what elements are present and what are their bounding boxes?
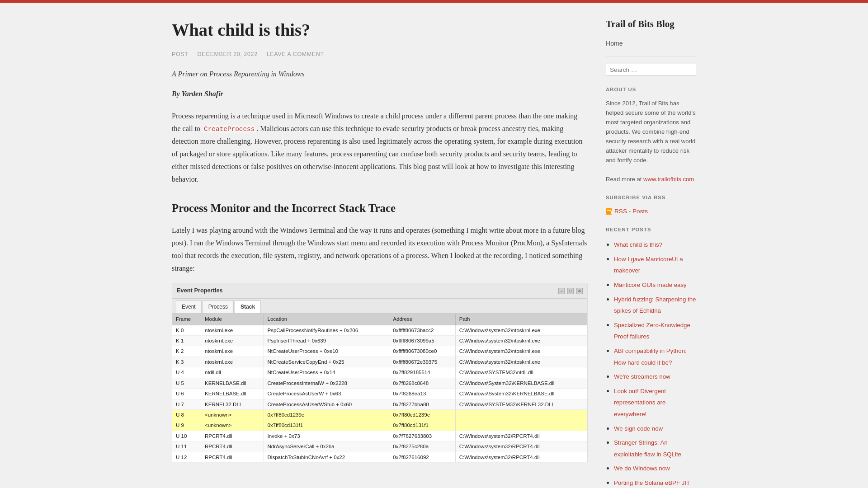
list-item: Specialized Zero-Knowledge Proof failure… (614, 319, 696, 342)
recent-post-link[interactable]: How I gave ManticoreUI a makeover (614, 256, 683, 274)
list-item: We do Windows now (614, 462, 696, 474)
recent-posts-heading: RECENT POSTS (606, 226, 696, 234)
list-item: What child is this? (614, 239, 696, 250)
recent-post-link[interactable]: We sign code now (614, 425, 663, 432)
table-row: U 8<unknown>0x7ff80cd1239e0x7ff80cd1239e (172, 409, 587, 420)
table-cell-location: PspInsertThread + 0x639 (264, 335, 389, 346)
col-address: Address (389, 314, 455, 325)
table-row: U 7KERNEL32.DLLCreateProcessAsUserWStub … (172, 399, 587, 409)
col-module: Module (201, 314, 264, 325)
list-item: How I gave ManticoreUI a makeover (614, 253, 696, 276)
tab-process[interactable]: Process (203, 300, 234, 313)
titlebar-controls: – □ ✕ (558, 288, 583, 294)
table-cell-module: RPCRT4.dll (201, 441, 264, 452)
col-location: Location (264, 314, 389, 325)
table-cell-address: 0xfffff80673099a5 (389, 335, 455, 346)
table-cell-address: 0x7ff80cd1239e (389, 409, 455, 420)
table-cell-frame: K 1 (172, 335, 201, 346)
col-path: Path (455, 314, 587, 325)
recent-post-link[interactable]: Manticore GUIs made easy (614, 282, 687, 288)
inline-code: CreateProcess (202, 125, 256, 133)
table-cell-path: C:\Windows\system32\RPCRT4.dll (455, 431, 587, 441)
divider-1 (606, 56, 696, 56)
table-cell-address: 0x7f8268c8648 (389, 378, 455, 388)
subscribe-heading: SUBSCRIBE VIA RSS (606, 194, 696, 202)
table-row: K 3ntoskrnl.exeNtCreateServiceCopyEnd + … (172, 357, 587, 367)
table-row: U 9<unknown>0x7ff80cd131f10x7ff80cd131f1 (172, 420, 587, 431)
sidebar: Trail of Bits Blog Home ABOUT US Since 2… (606, 16, 696, 488)
table-cell-path: C:\Windows\system32\ntoskrnl.exe (455, 335, 587, 346)
list-item: Look out! Divergent representations are … (614, 385, 696, 420)
rss-label: RSS - Posts (614, 206, 648, 216)
table-cell-path (455, 409, 587, 420)
table-cell-path: C:\Windows\System32\KERNELBASE.dll (455, 378, 587, 388)
table-cell-location: CreateProcessInternalW + 0x2228 (264, 378, 389, 388)
tab-stack[interactable]: Stack (235, 300, 261, 313)
close-button[interactable]: ✕ (576, 288, 583, 294)
table-cell-address: 0x7f8268ea13 (389, 389, 455, 399)
recent-post-link[interactable]: Porting the Solana eBPF JIT compiler to … (614, 479, 690, 488)
screenshot-table-wrapper: Frame Module Location Address Path K 0nt… (172, 314, 587, 463)
minimize-button[interactable]: – (558, 288, 565, 294)
table-cell-module: KERNELBASE.dll (201, 389, 264, 399)
sidebar-nav: Home (606, 38, 696, 49)
table-cell-location: 0x7ff80cd1239e (264, 409, 389, 420)
recent-post-link[interactable]: ABI compatibility in Python: How hard co… (614, 347, 687, 366)
table-cell-path: C:\Windows\system32\ntoskrnl.exe (455, 357, 587, 367)
section1-heading: Process Monitor and the Incorrect Stack … (172, 199, 588, 217)
table-cell-frame: U 11 (172, 441, 201, 452)
maximize-button[interactable]: □ (567, 288, 574, 294)
table-cell-module: RPCRT4.dll (201, 452, 264, 462)
recent-post-link[interactable]: What child is this? (614, 241, 662, 248)
about-heading: ABOUT US (606, 86, 696, 94)
table-cell-location: PspCallProcessNotifyRoutines + 0x206 (264, 325, 389, 335)
sidebar-nav-home[interactable]: Home (606, 38, 696, 49)
screenshot-tabs: Event Process Stack (172, 299, 587, 314)
list-item: We sign code now (614, 422, 696, 434)
recent-post-link[interactable]: Look out! Divergent representations are … (614, 388, 666, 418)
table-cell-address: 0xfffff80673bacc2 (389, 325, 455, 335)
table-cell-location: NtCreateUserProcess + 0x14 (264, 367, 389, 378)
table-row: K 1ntoskrnl.exePspInsertThread + 0x6390x… (172, 335, 587, 346)
table-row: U 6KERNELBASE.dllCreateProcessAsUserW + … (172, 389, 587, 399)
search-input[interactable] (606, 64, 696, 76)
table-cell-frame: U 4 (172, 367, 201, 378)
recent-post-link[interactable]: We do Windows now (614, 465, 670, 472)
trailofbits-link[interactable]: www.trailofbits.com (643, 176, 694, 183)
table-cell-address: 0x7ff80cd131f1 (389, 420, 455, 431)
table-cell-module: <unknown> (201, 409, 264, 420)
recent-post-link[interactable]: Stranger Strings: An exploitable flaw in… (614, 439, 681, 458)
table-cell-address: 0x7f8277bba80 (389, 399, 455, 409)
table-cell-frame: K 2 (172, 346, 201, 357)
table-cell-path (455, 420, 587, 431)
recent-post-link[interactable]: Specialized Zero-Knowledge Proof failure… (614, 322, 690, 340)
main-content: What child is this? POST DECEMBER 20, 20… (172, 16, 588, 488)
table-cell-location: CreateProcessAsUserWStub + 0x60 (264, 399, 389, 409)
table-cell-module: ntoskrnl.exe (201, 346, 264, 357)
table-cell-location: DispatchToStubInCNoAvrf + 0x22 (264, 452, 389, 462)
recent-post-link[interactable]: We're streamers now (614, 373, 670, 380)
post-body: Process reparenting is a technique used … (172, 110, 588, 463)
table-cell-module: KERNELBASE.dll (201, 378, 264, 388)
recent-post-link[interactable]: Hybrid fuzzing: Sharpening the spikes of… (614, 296, 696, 314)
table-cell-location: Invoke + 0x73 (264, 431, 389, 441)
table-cell-module: KERNEL32.DLL (201, 399, 264, 409)
tab-event[interactable]: Event (176, 300, 202, 313)
table-cell-frame: U 6 (172, 389, 201, 399)
rss-link[interactable]: RSS - Posts (606, 206, 696, 216)
table-cell-module: RPCRT4.dll (201, 431, 264, 441)
table-cell-module: ntoskrnl.exe (201, 357, 264, 367)
post-subtitle: A Primer on Process Reparenting in Windo… (172, 68, 588, 80)
table-cell-location: NtCreateUserProcess + 0xe10 (264, 346, 389, 357)
table-cell-location: NtCreateServiceCopyEnd + 0x25 (264, 357, 389, 367)
table-cell-module: ntdll.dll (201, 367, 264, 378)
table-cell-location: NdrAsyncServerCall + 0x2ba (264, 441, 389, 452)
table-cell-frame: U 9 (172, 420, 201, 431)
body-paragraph-2: Lately I was playing around with the Win… (172, 224, 588, 275)
table-cell-address: 0x7f7827633803 (389, 431, 455, 441)
post-comment-link[interactable]: LEAVE A COMMENT (267, 50, 324, 59)
table-cell-frame: K 0 (172, 325, 201, 335)
table-cell-path: C:\Windows\SYSTEM32\KERNEL32.DLL (455, 399, 587, 409)
table-cell-path: C:\Windows\SYSTEM32\ntdll.dll (455, 367, 587, 378)
list-item: Porting the Solana eBPF JIT compiler to … (614, 477, 696, 488)
